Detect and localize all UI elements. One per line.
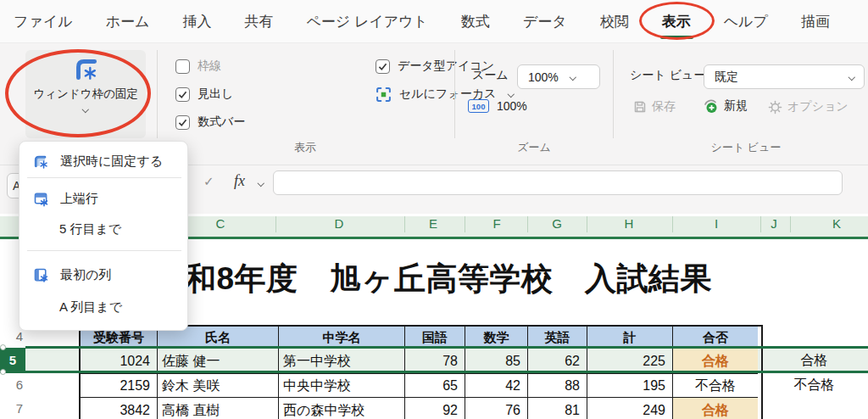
tab-insert[interactable]: 挿入 [182, 12, 211, 31]
tab-view-label: 表示 [662, 14, 691, 30]
tab-share[interactable]: 共有 [244, 12, 273, 31]
chevron-down-icon [848, 74, 854, 81]
table-cell[interactable]: 高橋 直樹 [158, 398, 279, 419]
pass-fail-cell[interactable]: 不合格 [673, 374, 758, 398]
headings-checkbox-row[interactable]: 見出し [175, 85, 233, 103]
selection-border-top [25, 346, 868, 349]
new-sheet-view-label: 新規 [724, 98, 748, 114]
column-divider [790, 216, 791, 232]
group-divider [613, 50, 614, 138]
row-header-4[interactable]: 4 [0, 329, 23, 344]
column-header-k[interactable]: K [824, 216, 849, 231]
tab-review[interactable]: 校閲 [600, 12, 629, 31]
selection-handle[interactable] [0, 344, 6, 350]
zoom-group-label: ズーム [483, 140, 585, 155]
menu-item-label: 上端行 [60, 191, 98, 207]
table-cell[interactable]: 鈴木 美咲 [158, 374, 279, 398]
fx-icon[interactable]: fx [234, 172, 245, 190]
menu-divider [27, 177, 181, 178]
tab-home[interactable]: ホーム [106, 12, 150, 31]
tab-page-layout[interactable]: ページ レイアウト [306, 12, 428, 31]
gridlines-checkbox-row[interactable]: 枠線 [175, 57, 221, 75]
selection-handle[interactable] [0, 369, 6, 375]
chevron-down-icon [570, 74, 576, 81]
formula-bar-checkbox[interactable] [175, 115, 190, 130]
gear-icon [768, 100, 782, 115]
table-cell[interactable]: 92 [405, 398, 465, 419]
column-divider [672, 216, 673, 232]
formula-bar-checkbox-row[interactable]: 数式バー [175, 113, 245, 131]
table-cell[interactable]: 42 [465, 374, 528, 398]
column-header-e[interactable]: E [420, 216, 446, 231]
table-cell[interactable]: 76 [465, 398, 528, 419]
cell-focus-icon [376, 87, 392, 103]
menu-item-freeze-on-select[interactable]: 選択時に固定する [19, 148, 187, 174]
freeze-panes-label: ウィンドウ枠の固定 [33, 87, 137, 102]
chevron-down-icon [82, 106, 89, 113]
formula-bar-label: 数式バー [198, 115, 245, 130]
headings-checkbox[interactable] [175, 87, 190, 102]
table-cell[interactable]: 3842 [81, 398, 158, 419]
result-overflow-cell[interactable]: 不合格 [760, 373, 868, 397]
group-divider [157, 50, 158, 138]
menu-item-label: 選択時に固定する [60, 154, 163, 170]
row-header-7[interactable]: 7 [0, 401, 23, 416]
tab-draw[interactable]: 描画 [801, 12, 830, 31]
enter-check-icon[interactable]: ✓ [203, 174, 214, 189]
column-header-c[interactable]: C [208, 216, 233, 231]
freeze-panes-button[interactable]: ウィンドウ枠の固定 [25, 50, 146, 138]
column-header-h[interactable]: H [616, 216, 642, 231]
column-divider [465, 216, 465, 232]
freeze-first-column-icon [32, 266, 50, 284]
tab-formulas[interactable]: 数式 [461, 12, 490, 31]
column-header-f[interactable]: F [484, 216, 509, 231]
pass-fail-cell[interactable]: 合格 [673, 398, 758, 419]
tab-view[interactable]: 表示 [662, 12, 691, 31]
column-divider [760, 216, 761, 232]
gridlines-checkbox[interactable] [175, 59, 190, 74]
data-type-icons-checkbox[interactable] [376, 59, 390, 74]
selection-border-bottom [25, 371, 868, 373]
result-overflow-cell[interactable]: 合格 [760, 348, 868, 373]
ribbon-tab-bar: ファイル ホーム 挿入 共有 ページ レイアウト 数式 データ 校閲 表示 ヘル… [0, 0, 868, 42]
gridlines-label: 枠線 [198, 59, 221, 74]
freeze-panes-icon [71, 54, 100, 83]
freeze-panes-menu: 選択時に固定する 上端行 5 行目まで [19, 141, 188, 331]
tab-file[interactable]: ファイル [14, 12, 73, 31]
menu-item-freeze-first-column[interactable]: 最初の列 [19, 262, 187, 288]
column-header-i[interactable]: I [704, 216, 729, 231]
save-icon [633, 100, 647, 114]
chevron-down-icon [258, 180, 264, 187]
table-cell[interactable]: 2159 [81, 374, 158, 398]
options-label: オプション [787, 99, 849, 115]
table-cell[interactable]: 81 [528, 398, 587, 419]
headings-label: 見出し [198, 87, 233, 102]
table-cell[interactable]: 65 [405, 374, 465, 398]
menu-item-freeze-top-row[interactable]: 上端行 [19, 186, 187, 211]
column-header-j[interactable]: J [761, 216, 787, 231]
zoom-dropdown-value: 100% [528, 70, 559, 84]
zoom-dropdown[interactable]: 100% [517, 64, 600, 89]
table-cell[interactable]: 西の森中学校 [279, 398, 405, 419]
formula-input[interactable] [273, 170, 843, 195]
column-header-g[interactable]: G [544, 216, 570, 231]
table-cell[interactable]: 195 [587, 374, 673, 398]
sheet-view-dropdown-value: 既定 [715, 70, 738, 85]
sheet-view-options-button[interactable]: オプション [768, 99, 849, 115]
tab-help[interactable]: ヘルプ [724, 12, 768, 31]
column-divider [527, 216, 528, 232]
sheet-view-save-button[interactable]: 保存 [633, 99, 676, 115]
column-header-d[interactable]: D [326, 216, 352, 231]
view-group-label: 表示 [254, 140, 356, 155]
table-cell[interactable]: 88 [528, 374, 587, 398]
table-cell[interactable]: 中央中学校 [279, 374, 405, 398]
tab-data[interactable]: データ [523, 12, 567, 31]
row-header-6[interactable]: 6 [0, 377, 23, 392]
sheet-view-dropdown[interactable]: 既定 [704, 64, 865, 89]
sheet-view-new-button[interactable]: 新規 [703, 98, 748, 114]
zoom-100-button[interactable]: 100 100% [468, 99, 527, 113]
zoom-100-icon: 100 [468, 99, 489, 113]
menu-subtext-top-row: 5 行目まで [59, 218, 121, 240]
table-cell[interactable]: 249 [587, 398, 673, 419]
group-divider [454, 50, 455, 138]
